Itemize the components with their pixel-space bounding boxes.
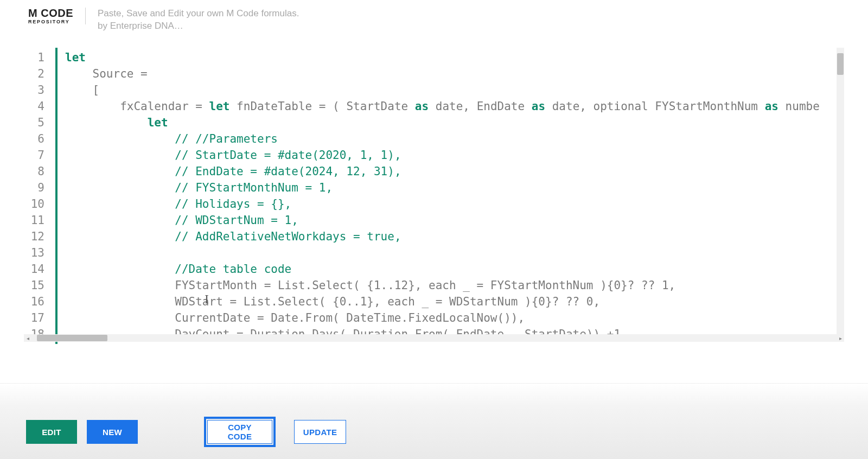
code-content[interactable]: let Source = [ fxCalendar = let fnDateTa…	[58, 48, 844, 342]
app-logo: M CODE REPOSITORY	[28, 8, 86, 24]
code-line[interactable]: [	[65, 82, 844, 98]
line-number: 3	[24, 82, 52, 98]
line-number: 12	[24, 228, 52, 245]
update-button[interactable]: UPDATE	[294, 420, 346, 444]
code-line[interactable]: CurrentDate = Date.From( DateTime.FixedL…	[65, 310, 844, 326]
code-line[interactable]: Source =	[65, 66, 844, 82]
line-number: 7	[24, 147, 52, 163]
tagline-line-1: Paste, Save and Edit your own M Code for…	[98, 8, 299, 20]
code-line[interactable]	[65, 245, 844, 261]
code-line[interactable]: // Holidays = {},	[65, 196, 844, 212]
code-line[interactable]: // WDStartNum = 1,	[65, 212, 844, 228]
line-number: 14	[24, 261, 52, 277]
line-number: 4	[24, 98, 52, 114]
line-number: 13	[24, 245, 52, 261]
code-editor[interactable]: 123456789101112131415161718 let Source =…	[24, 48, 844, 344]
line-number: 17	[24, 310, 52, 326]
footer-toolbar: EDIT NEW COPY CODE UPDATE	[0, 405, 868, 459]
vertical-scrollbar-thumb[interactable]	[837, 53, 844, 75]
code-line[interactable]: // EndDate = #date(2024, 12, 31),	[65, 163, 844, 180]
line-number: 10	[24, 196, 52, 212]
copy-code-button[interactable]: COPY CODE	[207, 420, 272, 444]
app-header: M CODE REPOSITORY Paste, Save and Edit y…	[0, 0, 868, 40]
line-number: 6	[24, 131, 52, 147]
line-number: 9	[24, 180, 52, 196]
code-line[interactable]: //Date table code	[65, 261, 844, 277]
line-number: 11	[24, 212, 52, 228]
code-viewport[interactable]: let Source = [ fxCalendar = let fnDateTa…	[58, 48, 844, 344]
scroll-left-icon[interactable]: ◂	[24, 334, 31, 342]
edit-button[interactable]: EDIT	[26, 420, 77, 444]
line-number-gutter: 123456789101112131415161718	[24, 48, 52, 344]
new-button[interactable]: NEW	[87, 420, 138, 444]
logo-subtitle: REPOSITORY	[28, 20, 73, 24]
code-line[interactable]: fxCalendar = let fnDateTable = ( StartDa…	[65, 98, 844, 114]
line-number: 1	[24, 49, 52, 66]
line-number: 8	[24, 163, 52, 180]
code-line[interactable]: // //Parameters	[65, 131, 844, 147]
code-line[interactable]: WDStart = List.Select( {0..1}, each _ = …	[65, 294, 844, 310]
code-line[interactable]: FYStartMonth = List.Select( {1..12}, eac…	[65, 277, 844, 294]
text-cursor-icon: I	[205, 292, 209, 307]
line-number: 16	[24, 294, 52, 310]
code-line[interactable]: // AddRelativeNetWorkdays = true,	[65, 228, 844, 245]
line-number: 2	[24, 66, 52, 82]
horizontal-scrollbar[interactable]: ◂ ▸	[24, 334, 844, 342]
line-number: 5	[24, 114, 52, 131]
vertical-scrollbar[interactable]	[837, 48, 844, 342]
code-line[interactable]: // FYStartMonthNum = 1,	[65, 180, 844, 196]
tagline-line-2: by Enterprise DNA…	[98, 20, 299, 33]
code-line[interactable]: // StartDate = #date(2020, 1, 1),	[65, 147, 844, 163]
code-line[interactable]: let	[65, 114, 844, 131]
logo-title: M CODE	[28, 8, 73, 18]
line-number: 15	[24, 277, 52, 294]
code-line[interactable]: let	[65, 49, 844, 66]
horizontal-scrollbar-thumb[interactable]	[37, 335, 107, 341]
scroll-right-icon[interactable]: ▸	[837, 334, 844, 342]
app-tagline: Paste, Save and Edit your own M Code for…	[86, 8, 299, 33]
